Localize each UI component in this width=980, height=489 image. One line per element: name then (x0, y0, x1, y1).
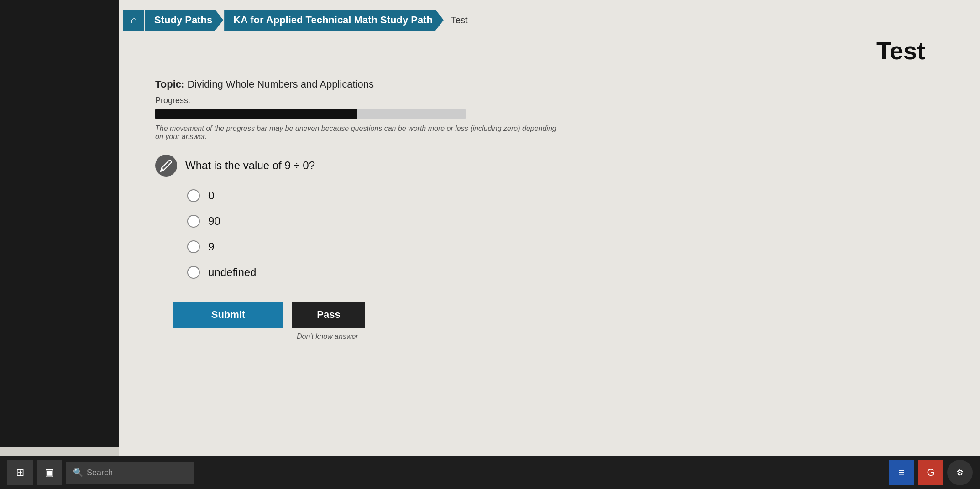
topic-value: Dividing Whole Numbers and Applications (187, 78, 373, 90)
page-title: Test (119, 36, 925, 65)
progress-label: Progress: (155, 96, 943, 105)
choice-9-text: 9 (208, 240, 214, 253)
progress-bar-fill (155, 109, 357, 119)
submit-button[interactable]: Submit (173, 302, 283, 328)
taskbar-app-3-icon: ⚙ (956, 468, 964, 478)
search-label: Search (87, 468, 113, 478)
progress-note: The movement of the progress bar may be … (155, 125, 566, 141)
dont-know-label: Don't know answer (173, 333, 943, 341)
taskbar: ⊞ ▣ 🔍 Search ≡ G ⚙ (0, 456, 980, 489)
taskbar-app-1-icon: ≡ (899, 467, 905, 479)
main-content: ⌂ Study Paths KA for Applied Technical M… (119, 0, 980, 489)
question-text: What is the value of 9 ÷ 0? (185, 159, 315, 172)
taskbar-search-box[interactable]: 🔍 Search (66, 462, 194, 484)
topic-label: Topic: (155, 78, 184, 90)
choice-90[interactable]: 90 (187, 215, 943, 228)
page-title-container: Test (119, 36, 980, 65)
choice-0-text: 0 (208, 189, 214, 202)
progress-bar-container (155, 109, 466, 119)
breadcrumb-study-paths[interactable]: Study Paths (145, 10, 223, 31)
choice-0[interactable]: 0 (187, 189, 943, 202)
topic-line: Topic: Dividing Whole Numbers and Applic… (155, 78, 943, 90)
choice-undefined-text: undefined (208, 266, 256, 279)
content-section: Topic: Dividing Whole Numbers and Applic… (119, 78, 980, 341)
search-icon: 🔍 (73, 468, 83, 478)
taskbar-app-1[interactable]: ≡ (889, 460, 914, 485)
breadcrumb-current: Test (444, 10, 475, 31)
radio-circle-undefined[interactable] (187, 266, 200, 279)
choice-9[interactable]: 9 (187, 240, 943, 253)
home-button[interactable]: ⌂ (123, 10, 144, 31)
taskbar-app-2-icon: G (927, 467, 934, 479)
start-icon: ⊞ (16, 467, 24, 479)
breadcrumb-study-paths-label: Study Paths (154, 14, 212, 26)
answer-choices: 0 90 9 undefined (155, 189, 943, 279)
breadcrumb: ⌂ Study Paths KA for Applied Technical M… (119, 8, 980, 32)
breadcrumb-current-label: Test (451, 15, 468, 26)
question-area: What is the value of 9 ÷ 0? 0 90 9 (155, 155, 943, 341)
choice-90-text: 90 (208, 215, 220, 228)
home-icon: ⌂ (131, 14, 136, 26)
taskview-icon: ▣ (45, 467, 54, 479)
question-header: What is the value of 9 ÷ 0? (155, 155, 943, 177)
radio-circle-90[interactable] (187, 215, 200, 228)
pass-button[interactable]: Pass (292, 302, 365, 328)
taskbar-app-2[interactable]: G (918, 460, 943, 485)
taskbar-icons: ≡ G ⚙ (889, 460, 973, 485)
action-buttons: Submit Pass Don't know answer (155, 302, 943, 341)
breadcrumb-study-path-name[interactable]: KA for Applied Technical Math Study Path (224, 10, 444, 31)
taskview-button[interactable]: ▣ (37, 460, 62, 485)
left-panel (0, 0, 119, 447)
taskbar-app-3[interactable]: ⚙ (947, 460, 973, 485)
radio-circle-9[interactable] (187, 240, 200, 253)
breadcrumb-study-path-name-label: KA for Applied Technical Math Study Path (233, 14, 433, 26)
pencil-icon (155, 155, 177, 177)
start-button[interactable]: ⊞ (7, 460, 33, 485)
choice-undefined[interactable]: undefined (187, 266, 943, 279)
buttons-row: Submit Pass (173, 302, 943, 328)
radio-circle-0[interactable] (187, 189, 200, 202)
